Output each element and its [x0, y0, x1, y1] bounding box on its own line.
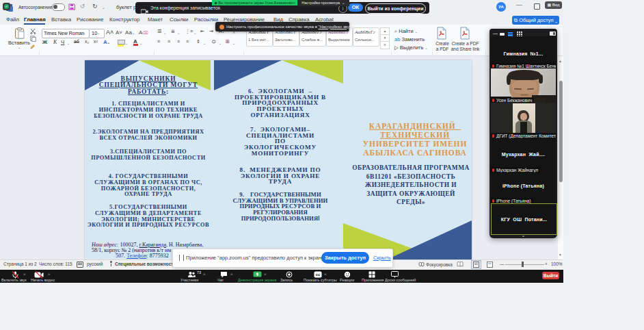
svg-text:cc: cc [316, 272, 321, 277]
